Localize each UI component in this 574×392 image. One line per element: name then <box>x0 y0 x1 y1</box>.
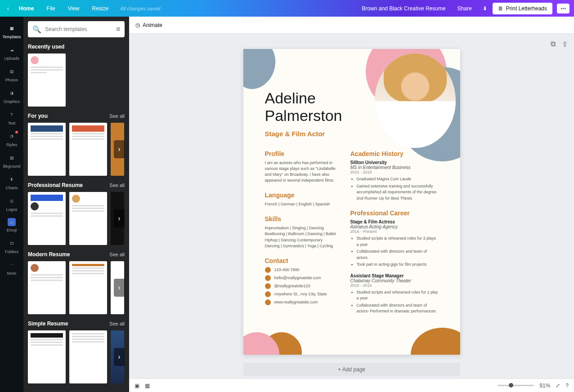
contact-website: www.reallygreatsite.com <box>265 299 337 305</box>
document-page[interactable]: AdelinePalmerston Stage & Film Actor Pro… <box>243 49 460 355</box>
file-menu[interactable]: File <box>41 5 60 12</box>
phone-icon <box>265 267 271 273</box>
charts-icon: ⬍ <box>7 175 16 184</box>
scroll-right-icon[interactable]: › <box>114 348 125 366</box>
career-heading: Professional Career <box>350 209 439 217</box>
skills-text: Improvisation | Singing | Dancing Beatbo… <box>265 225 337 249</box>
rail-graphics[interactable]: ◑Graphics <box>0 86 23 107</box>
canvas-area: ◷ Animate ⧉ ⇪ AdelinePalmerston Stage & … <box>129 17 574 379</box>
email-icon <box>265 275 271 281</box>
graphics-icon: ◑ <box>7 89 16 98</box>
document-title[interactable]: Brown and Black Creative Resume <box>362 5 445 12</box>
resume-name: AdelinePalmerston <box>265 89 439 125</box>
bottom-bar: ▣ ▦ 91% ⤢ ? <box>129 379 574 392</box>
download-icon[interactable]: ⬇ <box>479 3 491 14</box>
template-thumb[interactable] <box>69 192 107 245</box>
template-thumb[interactable] <box>28 330 66 383</box>
home-button[interactable]: Home <box>13 5 39 12</box>
top-bar: ‹ Home File View Resize All changes save… <box>0 0 574 17</box>
share-button[interactable]: Share <box>452 3 477 14</box>
scroll-right-icon[interactable]: › <box>114 209 125 227</box>
seeall-simple[interactable]: See all <box>109 321 125 326</box>
profile-heading: Profile <box>265 150 337 157</box>
section-foryou: For you <box>28 113 48 119</box>
bkground-icon: ▧ <box>7 153 16 162</box>
template-thumb[interactable] <box>69 261 107 314</box>
contact-phone: 123-456-7890 <box>265 267 337 273</box>
profile-text: I am an actress who has performed in var… <box>265 160 337 183</box>
animate-button[interactable]: ◷ Animate <box>135 22 162 28</box>
template-thumb[interactable] <box>28 123 66 176</box>
rail-logos[interactable]: ◎Logos <box>0 194 23 214</box>
filter-icon[interactable]: ≡ <box>116 25 120 33</box>
template-thumb[interactable] <box>69 330 107 383</box>
seeall-professional[interactable]: See all <box>109 183 125 188</box>
share-page-icon[interactable]: ⇪ <box>562 40 568 49</box>
template-thumb[interactable] <box>28 53 66 107</box>
save-status: All changes saved <box>120 6 160 11</box>
photos-icon: ▤ <box>7 67 16 76</box>
template-thumb[interactable] <box>69 123 107 176</box>
contact-handle: @reallygreatsite123 <box>265 283 337 289</box>
contact-heading: Contact <box>265 257 337 264</box>
academic-bullets: Graduated Magna Cum LaudeGained extensiv… <box>350 176 439 201</box>
section-recently: Recently used <box>28 44 64 50</box>
add-page-button[interactable]: + Add page <box>243 363 460 376</box>
contact-email: hello@reallygreatsite.com <box>265 275 337 281</box>
sub-toolbar: ◷ Animate <box>129 17 574 34</box>
language-heading: Language <box>265 192 337 199</box>
resume-role: Stage & Film Actor <box>265 130 439 138</box>
back-icon[interactable]: ‹ <box>4 5 12 12</box>
grid-icon[interactable]: ▦ <box>145 383 150 389</box>
scroll-right-icon[interactable]: › <box>114 140 125 158</box>
at-icon <box>265 283 271 289</box>
view-menu[interactable]: View <box>63 5 85 12</box>
academic-heading: Academic History <box>350 150 439 157</box>
rail-charts[interactable]: ⬍Charts <box>0 172 23 193</box>
help-icon[interactable]: ? <box>565 383 569 389</box>
skills-heading: Skills <box>265 215 337 223</box>
left-rail: ▦Templates ☁Uploads ▤Photos ◑Graphics TT… <box>0 17 23 392</box>
search-icon: 🔍 <box>32 25 41 34</box>
rail-text[interactable]: TText <box>0 107 23 128</box>
template-thumb[interactable] <box>28 261 66 314</box>
templates-panel: 🔍 ≡ Recently used For youSee all › Profe… <box>23 17 129 392</box>
more-button[interactable]: ⋯ <box>557 4 570 13</box>
rail-folders[interactable]: 🗀Folders <box>0 236 23 257</box>
rail-templates[interactable]: ▦Templates <box>0 21 23 42</box>
rail-more[interactable]: ⋯More <box>0 258 23 278</box>
search-input[interactable] <box>45 26 112 32</box>
rail-emoji[interactable]: ☺Emoji <box>0 215 23 235</box>
print-button[interactable]: 🗎 Print Letterheads <box>493 3 552 14</box>
rail-photos[interactable]: ▤Photos <box>0 64 23 85</box>
styles-icon: ◔ <box>7 132 16 141</box>
section-modern: Modern Resume <box>28 251 70 258</box>
page-controls: ⧉ ⇪ <box>551 40 568 49</box>
resize-menu[interactable]: Resize <box>86 5 114 12</box>
zoom-slider[interactable] <box>498 385 534 386</box>
pages-icon[interactable]: ▣ <box>135 383 139 389</box>
section-simple: Simple Resume <box>28 321 68 327</box>
language-text: French | German | English | Spanish <box>265 201 337 207</box>
rail-styles[interactable]: ◔Styles <box>0 129 23 150</box>
job1-bullets: Studied scripts & rehearsed roles for 3 … <box>350 236 439 268</box>
location-icon <box>265 291 271 297</box>
seeall-modern[interactable]: See all <box>109 252 125 257</box>
rail-bkground[interactable]: ▧Bkground <box>0 151 23 171</box>
animate-icon: ◷ <box>135 22 140 28</box>
logos-icon: ◎ <box>7 196 16 205</box>
job2-bullets: Studied scripts and rehearsed roles for … <box>350 290 439 315</box>
templates-icon: ▦ <box>7 24 16 33</box>
more-icon: ⋯ <box>7 260 16 269</box>
template-thumb[interactable] <box>28 192 66 245</box>
print-label: Print Letterheads <box>506 5 547 12</box>
search-field[interactable]: 🔍 ≡ <box>28 21 125 37</box>
seeall-foryou[interactable]: See all <box>109 113 125 119</box>
contact-address: Anywhere St., Any City, State <box>265 291 337 297</box>
fullscreen-icon[interactable]: ⤢ <box>556 383 560 389</box>
rail-uploads[interactable]: ☁Uploads <box>0 43 23 63</box>
duplicate-page-icon[interactable]: ⧉ <box>551 40 556 49</box>
zoom-level[interactable]: 91% <box>539 383 550 389</box>
globe-icon <box>265 299 271 305</box>
scroll-right-icon[interactable]: › <box>114 279 125 297</box>
